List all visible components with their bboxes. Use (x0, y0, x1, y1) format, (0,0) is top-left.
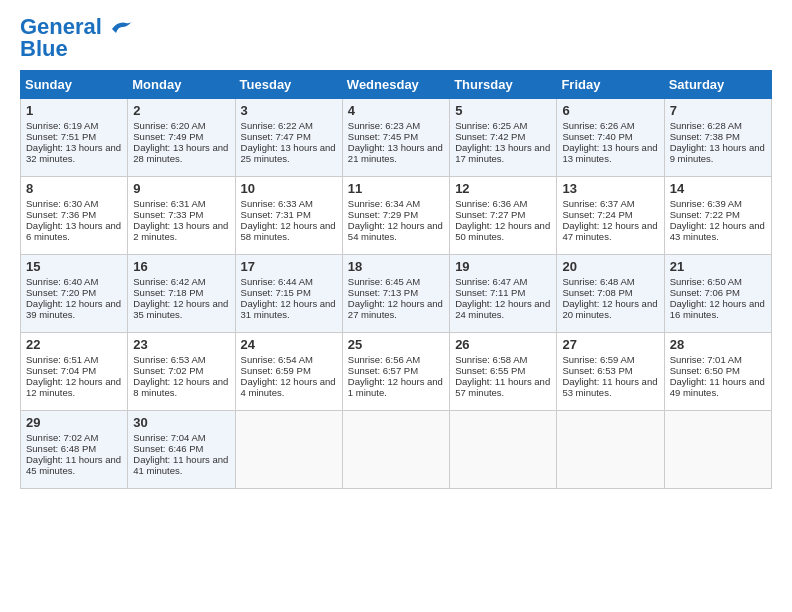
table-row (557, 411, 664, 489)
day-info: Daylight: 12 hours and 27 minutes. (348, 298, 444, 320)
day-info: Daylight: 12 hours and 39 minutes. (26, 298, 122, 320)
table-row: 15Sunrise: 6:40 AMSunset: 7:20 PMDayligh… (21, 255, 128, 333)
day-info: Daylight: 13 hours and 6 minutes. (26, 220, 122, 242)
day-info: Sunrise: 7:02 AM (26, 432, 122, 443)
day-number: 20 (562, 259, 658, 274)
day-info: Sunset: 7:31 PM (241, 209, 337, 220)
calendar-week-row: 1Sunrise: 6:19 AMSunset: 7:51 PMDaylight… (21, 99, 772, 177)
day-info: Daylight: 13 hours and 17 minutes. (455, 142, 551, 164)
day-info: Sunset: 7:27 PM (455, 209, 551, 220)
logo-general-text: General (20, 16, 132, 38)
day-number: 21 (670, 259, 766, 274)
page: General Blue Sunday Monday Tuesday Wedne… (0, 0, 792, 499)
header: General Blue (20, 16, 772, 60)
day-info: Sunset: 6:53 PM (562, 365, 658, 376)
day-number: 16 (133, 259, 229, 274)
day-info: Daylight: 11 hours and 49 minutes. (670, 376, 766, 398)
day-number: 4 (348, 103, 444, 118)
table-row: 10Sunrise: 6:33 AMSunset: 7:31 PMDayligh… (235, 177, 342, 255)
day-number: 12 (455, 181, 551, 196)
day-info: Daylight: 12 hours and 54 minutes. (348, 220, 444, 242)
day-info: Sunrise: 6:30 AM (26, 198, 122, 209)
day-info: Daylight: 13 hours and 21 minutes. (348, 142, 444, 164)
table-row: 6Sunrise: 6:26 AMSunset: 7:40 PMDaylight… (557, 99, 664, 177)
col-saturday: Saturday (664, 71, 771, 99)
day-info: Daylight: 11 hours and 53 minutes. (562, 376, 658, 398)
day-info: Daylight: 12 hours and 12 minutes. (26, 376, 122, 398)
day-info: Sunrise: 6:42 AM (133, 276, 229, 287)
table-row: 18Sunrise: 6:45 AMSunset: 7:13 PMDayligh… (342, 255, 449, 333)
day-info: Sunrise: 6:56 AM (348, 354, 444, 365)
day-number: 5 (455, 103, 551, 118)
table-row: 20Sunrise: 6:48 AMSunset: 7:08 PMDayligh… (557, 255, 664, 333)
table-row (450, 411, 557, 489)
day-info: Sunset: 7:20 PM (26, 287, 122, 298)
day-number: 30 (133, 415, 229, 430)
day-info: Daylight: 13 hours and 13 minutes. (562, 142, 658, 164)
day-number: 13 (562, 181, 658, 196)
day-info: Sunset: 7:15 PM (241, 287, 337, 298)
day-info: Daylight: 13 hours and 32 minutes. (26, 142, 122, 164)
day-info: Daylight: 12 hours and 16 minutes. (670, 298, 766, 320)
day-number: 23 (133, 337, 229, 352)
calendar-week-row: 22Sunrise: 6:51 AMSunset: 7:04 PMDayligh… (21, 333, 772, 411)
day-info: Daylight: 12 hours and 50 minutes. (455, 220, 551, 242)
day-number: 14 (670, 181, 766, 196)
table-row: 19Sunrise: 6:47 AMSunset: 7:11 PMDayligh… (450, 255, 557, 333)
day-number: 2 (133, 103, 229, 118)
col-sunday: Sunday (21, 71, 128, 99)
table-row: 13Sunrise: 6:37 AMSunset: 7:24 PMDayligh… (557, 177, 664, 255)
day-info: Sunrise: 6:34 AM (348, 198, 444, 209)
day-info: Sunrise: 6:48 AM (562, 276, 658, 287)
day-info: Daylight: 13 hours and 28 minutes. (133, 142, 229, 164)
day-info: Daylight: 12 hours and 20 minutes. (562, 298, 658, 320)
table-row: 3Sunrise: 6:22 AMSunset: 7:47 PMDaylight… (235, 99, 342, 177)
day-info: Sunrise: 6:50 AM (670, 276, 766, 287)
table-row: 21Sunrise: 6:50 AMSunset: 7:06 PMDayligh… (664, 255, 771, 333)
day-number: 28 (670, 337, 766, 352)
day-info: Sunset: 7:36 PM (26, 209, 122, 220)
day-info: Sunset: 7:51 PM (26, 131, 122, 142)
header-row: Sunday Monday Tuesday Wednesday Thursday… (21, 71, 772, 99)
day-info: Sunrise: 6:25 AM (455, 120, 551, 131)
day-info: Sunrise: 6:58 AM (455, 354, 551, 365)
day-info: Daylight: 11 hours and 57 minutes. (455, 376, 551, 398)
day-info: Sunrise: 6:22 AM (241, 120, 337, 131)
day-number: 1 (26, 103, 122, 118)
day-info: Sunrise: 6:59 AM (562, 354, 658, 365)
day-info: Sunset: 7:40 PM (562, 131, 658, 142)
day-info: Daylight: 13 hours and 25 minutes. (241, 142, 337, 164)
day-info: Sunset: 7:38 PM (670, 131, 766, 142)
table-row (664, 411, 771, 489)
table-row: 24Sunrise: 6:54 AMSunset: 6:59 PMDayligh… (235, 333, 342, 411)
day-info: Sunrise: 6:54 AM (241, 354, 337, 365)
logo: General Blue (20, 16, 132, 60)
day-info: Daylight: 11 hours and 45 minutes. (26, 454, 122, 476)
day-info: Sunrise: 6:20 AM (133, 120, 229, 131)
day-number: 10 (241, 181, 337, 196)
calendar-week-row: 29Sunrise: 7:02 AMSunset: 6:48 PMDayligh… (21, 411, 772, 489)
table-row: 30Sunrise: 7:04 AMSunset: 6:46 PMDayligh… (128, 411, 235, 489)
day-info: Daylight: 12 hours and 43 minutes. (670, 220, 766, 242)
day-info: Sunset: 7:24 PM (562, 209, 658, 220)
calendar-week-row: 15Sunrise: 6:40 AMSunset: 7:20 PMDayligh… (21, 255, 772, 333)
table-row: 9Sunrise: 6:31 AMSunset: 7:33 PMDaylight… (128, 177, 235, 255)
table-row: 1Sunrise: 6:19 AMSunset: 7:51 PMDaylight… (21, 99, 128, 177)
day-info: Daylight: 13 hours and 2 minutes. (133, 220, 229, 242)
day-info: Sunrise: 6:44 AM (241, 276, 337, 287)
day-info: Sunset: 6:59 PM (241, 365, 337, 376)
table-row: 29Sunrise: 7:02 AMSunset: 6:48 PMDayligh… (21, 411, 128, 489)
day-info: Sunrise: 6:45 AM (348, 276, 444, 287)
table-row: 28Sunrise: 7:01 AMSunset: 6:50 PMDayligh… (664, 333, 771, 411)
day-info: Sunrise: 6:23 AM (348, 120, 444, 131)
day-info: Daylight: 12 hours and 1 minute. (348, 376, 444, 398)
day-info: Sunset: 6:57 PM (348, 365, 444, 376)
day-info: Sunrise: 7:04 AM (133, 432, 229, 443)
table-row: 16Sunrise: 6:42 AMSunset: 7:18 PMDayligh… (128, 255, 235, 333)
day-info: Sunrise: 6:33 AM (241, 198, 337, 209)
day-info: Sunrise: 6:47 AM (455, 276, 551, 287)
table-row: 12Sunrise: 6:36 AMSunset: 7:27 PMDayligh… (450, 177, 557, 255)
day-number: 22 (26, 337, 122, 352)
day-info: Sunset: 7:47 PM (241, 131, 337, 142)
day-info: Sunset: 7:13 PM (348, 287, 444, 298)
